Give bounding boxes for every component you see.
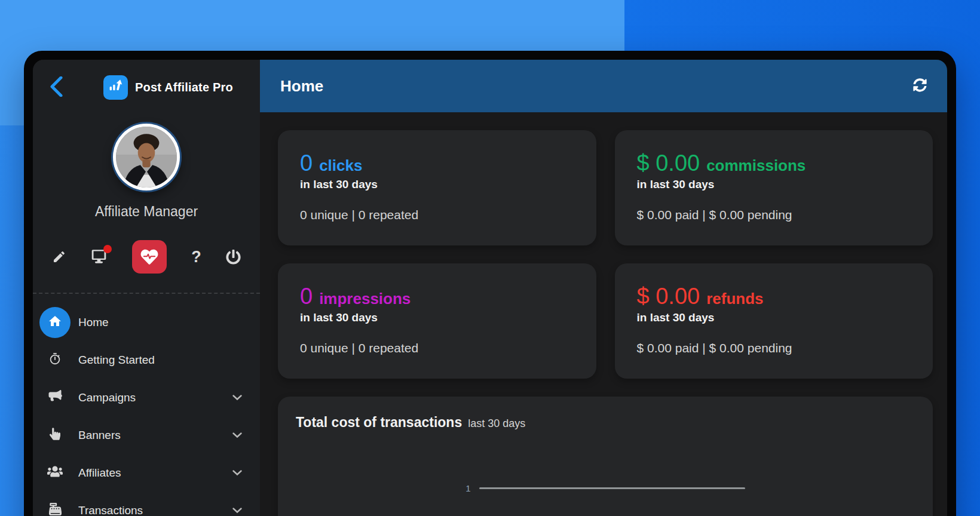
chart-tick-label: 1: [466, 483, 470, 493]
chart-flat-line: [479, 487, 745, 489]
sidebar-item-label: Transactions: [78, 504, 232, 516]
home-icon: [48, 314, 62, 331]
chevron-down-icon: [232, 432, 242, 438]
sidebar-toolbar: ?: [33, 239, 260, 275]
cash-register-icon: [49, 503, 62, 516]
sidebar-item-home[interactable]: Home: [33, 303, 260, 341]
refunds-value: $ 0.00: [637, 285, 700, 309]
sidebar-item-label: Home: [78, 316, 242, 329]
users-icon: [47, 465, 63, 480]
chevron-left-icon: [50, 76, 63, 99]
impressions-value: 0: [300, 285, 313, 309]
sidebar-item-getting-started[interactable]: Getting Started: [33, 341, 260, 379]
page-title: Home: [280, 77, 913, 96]
notification-dot: [103, 245, 112, 253]
desktop-notifications-button[interactable]: [91, 250, 107, 265]
commissions-value: $ 0.00: [637, 152, 700, 176]
chevron-down-icon: [232, 508, 242, 514]
commissions-period: in last 30 days: [637, 178, 912, 191]
refunds-period: in last 30 days: [637, 311, 912, 324]
brand-name: Post Affiliate Pro: [135, 81, 233, 94]
app-frame: Post Affiliate Pro: [33, 60, 947, 516]
growth-chart-icon: [108, 78, 124, 97]
stopwatch-icon: [48, 352, 62, 368]
collapse-sidebar-button[interactable]: [50, 77, 68, 99]
chevron-down-icon: [232, 395, 242, 401]
app-logo: [103, 75, 128, 100]
sidebar-item-campaigns[interactable]: Campaigns: [33, 379, 260, 416]
clicks-card: 0 clicks in last 30 days 0 unique | 0 re…: [278, 130, 596, 245]
clicks-detail: 0 unique | 0 repeated: [300, 208, 575, 222]
impressions-detail: 0 unique | 0 repeated: [300, 341, 575, 355]
avatar[interactable]: [113, 124, 180, 191]
hand-pointer-icon: [50, 428, 60, 443]
refunds-detail: $ 0.00 paid | $ 0.00 pending: [637, 341, 912, 355]
sidebar-item-label: Banners: [78, 429, 232, 442]
dashboard-content: 0 clicks in last 30 days 0 unique | 0 re…: [260, 112, 947, 516]
impressions-card: 0 impressions in last 30 days 0 unique |…: [278, 263, 596, 379]
sidebar-item-banners[interactable]: Banners: [33, 416, 260, 454]
sidebar-nav: Home Getting Started: [33, 294, 260, 516]
help-button[interactable]: ?: [191, 248, 201, 266]
pencil-icon: [52, 250, 66, 264]
page-header: Home: [260, 60, 947, 112]
clicks-unit: clicks: [319, 156, 362, 175]
commissions-detail: $ 0.00 paid | $ 0.00 pending: [637, 208, 912, 222]
commissions-card: $ 0.00 commissions in last 30 days $ 0.0…: [615, 130, 933, 245]
refresh-button[interactable]: [913, 78, 927, 94]
heart-pulse-icon: [140, 249, 158, 265]
main-area: Home 0 clicks in last 30 days 0 u: [260, 60, 947, 516]
sidebar-item-transactions[interactable]: Transactions: [33, 492, 260, 516]
commissions-unit: commissions: [706, 156, 806, 175]
impressions-period: in last 30 days: [300, 311, 575, 324]
question-mark-icon: ?: [191, 248, 201, 266]
sidebar-item-label: Getting Started: [78, 354, 242, 367]
chart-area: 1: [296, 483, 915, 493]
app-window: Post Affiliate Pro: [24, 51, 956, 516]
health-status-button[interactable]: [132, 240, 167, 274]
avatar-wrap: [33, 124, 260, 191]
refunds-card: $ 0.00 refunds in last 30 days $ 0.00 pa…: [615, 263, 933, 379]
clicks-value: 0: [300, 152, 313, 176]
logout-button[interactable]: [226, 250, 241, 265]
sidebar: Post Affiliate Pro: [33, 60, 260, 516]
clicks-period: in last 30 days: [300, 178, 575, 191]
chevron-down-icon: [232, 470, 242, 476]
stat-grid: 0 clicks in last 30 days 0 unique | 0 re…: [278, 130, 933, 379]
megaphone-icon: [48, 390, 62, 405]
chart-subtitle: last 30 days: [468, 417, 525, 430]
sidebar-item-label: Campaigns: [78, 391, 232, 404]
sidebar-item-label: Affiliates: [78, 466, 232, 480]
refunds-unit: refunds: [706, 290, 763, 308]
sidebar-brand-row: Post Affiliate Pro: [33, 60, 260, 100]
edit-profile-button[interactable]: [52, 250, 66, 264]
power-icon: [226, 250, 241, 265]
user-role: Affiliate Manager: [33, 204, 260, 220]
transactions-chart-card: Total cost of transactions last 30 days …: [278, 397, 933, 516]
sidebar-item-affiliates[interactable]: Affiliates: [33, 454, 260, 492]
refresh-icon: [913, 78, 927, 94]
chart-title: Total cost of transactions: [296, 414, 462, 431]
impressions-unit: impressions: [319, 290, 411, 308]
active-item-highlight: [39, 307, 71, 338]
